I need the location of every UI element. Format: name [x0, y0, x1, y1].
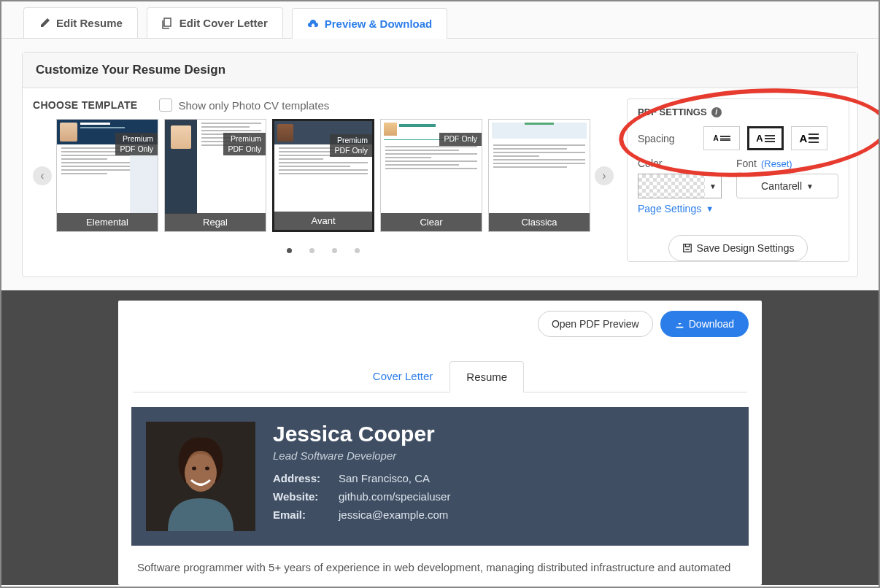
website-label: Website:	[273, 490, 328, 503]
tab-label: Edit Resume	[56, 17, 123, 29]
resume-name: Jessica Cooper	[273, 422, 450, 446]
tab-edit-cover-letter[interactable]: Edit Cover Letter	[147, 7, 283, 38]
download-label: Download	[689, 318, 734, 330]
template-name: Elemental	[57, 213, 158, 231]
template-name: Avant	[274, 212, 372, 230]
svg-point-4	[185, 454, 217, 492]
tab-edit-resume[interactable]: Edit Resume	[23, 7, 138, 38]
doc-tab-resume[interactable]: Resume	[449, 361, 524, 392]
caret-down-icon: ▼	[705, 174, 721, 198]
resume-photo	[146, 422, 255, 531]
checkbox-icon	[159, 98, 172, 112]
checkbox-label: Show only Photo CV templates	[178, 99, 329, 112]
resume-job-title: Lead Software Developer	[273, 449, 450, 462]
color-label: Color	[638, 158, 722, 169]
reset-link[interactable]: (Reset)	[761, 158, 792, 169]
template-name: Clear	[381, 213, 482, 231]
template-name: Regal	[165, 213, 266, 231]
transparent-swatch	[638, 174, 705, 198]
carousel-dots	[33, 248, 614, 253]
carousel-next[interactable]: ›	[595, 166, 614, 185]
photo-only-checkbox[interactable]: Show only Photo CV templates	[159, 98, 329, 112]
email-label: Email:	[273, 508, 328, 521]
panel-title: Customize Your Resume Design	[23, 53, 857, 88]
template-name: Classica	[489, 213, 590, 231]
customize-panel: Customize Your Resume Design CHOOSE TEMP…	[22, 52, 858, 277]
doc-tabs: Cover Letter Resume	[118, 347, 762, 392]
copy-icon	[162, 18, 174, 29]
open-pdf-button[interactable]: Open PDF Preview	[538, 311, 653, 337]
pdf-only-badge: PDF Only	[439, 133, 482, 146]
font-dropdown[interactable]: Cantarell ▼	[736, 174, 838, 198]
choose-template-label: CHOOSE TEMPLATE	[33, 99, 137, 111]
preview-card: Open PDF Preview Download Cover Letter R…	[118, 301, 762, 585]
dot[interactable]	[355, 248, 360, 253]
spacing-medium[interactable]: A	[747, 126, 784, 150]
color-picker[interactable]: ▼	[638, 174, 722, 198]
pdf-settings-box: PDF SETTINGS i Spacing A A A Color	[627, 98, 849, 262]
caret-down-icon: ▼	[806, 182, 814, 190]
tab-label: Preview & Download	[325, 18, 433, 30]
doc-tab-cover-letter[interactable]: Cover Letter	[356, 360, 450, 392]
template-elemental[interactable]: Premium PDF Only Elemental	[56, 119, 158, 232]
email-value: jessica@example.com	[339, 508, 448, 521]
svg-rect-0	[164, 18, 171, 26]
download-button[interactable]: Download	[660, 311, 749, 337]
svg-rect-1	[683, 244, 691, 252]
spacing-large[interactable]: A	[791, 126, 827, 150]
pdf-settings-title: PDF SETTINGS i	[628, 99, 849, 122]
template-carousel: ‹ Premium PDF Only Elemental	[33, 119, 614, 232]
tab-label: Edit Cover Letter	[180, 17, 268, 29]
spacing-small[interactable]: A	[703, 126, 740, 150]
chevron-down-icon: ▼	[706, 204, 714, 213]
main-tabs: Edit Resume Edit Cover Letter Preview & …	[1, 1, 879, 39]
resume-header: Jessica Cooper Lead Software Developer A…	[131, 407, 749, 546]
address-value: San Francisco, CA	[339, 472, 430, 484]
svg-point-5	[192, 467, 196, 471]
resume-document: Jessica Cooper Lead Software Developer A…	[131, 407, 749, 576]
save-icon	[682, 243, 692, 253]
premium-badge: Premium PDF Only	[330, 134, 372, 157]
svg-point-6	[205, 467, 209, 471]
download-icon	[675, 320, 684, 329]
template-avant[interactable]: Premium PDF Only Avant	[272, 119, 374, 232]
font-value: Cantarell	[761, 180, 802, 192]
pencil-icon	[39, 18, 50, 29]
font-label: Font	[736, 158, 757, 169]
template-clear[interactable]: PDF Only Clear	[380, 119, 482, 232]
dot[interactable]	[332, 248, 337, 253]
save-design-button[interactable]: Save Design Settings	[668, 235, 808, 261]
address-label: Address:	[273, 472, 328, 484]
dot[interactable]	[287, 248, 292, 253]
save-label: Save Design Settings	[697, 242, 795, 254]
preview-area: Open PDF Preview Download Cover Letter R…	[1, 290, 879, 585]
cloud-download-icon	[307, 18, 319, 30]
premium-badge: Premium PDF Only	[115, 133, 158, 155]
template-regal[interactable]: Premium PDF Only Regal	[164, 119, 266, 232]
premium-badge: Premium PDF Only	[223, 133, 266, 155]
tab-preview-download[interactable]: Preview & Download	[292, 8, 448, 39]
carousel-prev[interactable]: ‹	[33, 166, 52, 185]
resume-summary: Software programmer with 5+ years of exp…	[131, 546, 749, 576]
info-icon[interactable]: i	[711, 107, 722, 117]
spacing-label: Spacing	[638, 133, 696, 144]
website-value: github.com/specialuser	[339, 490, 450, 503]
dot[interactable]	[309, 248, 314, 253]
template-classica[interactable]: Classica	[488, 119, 590, 232]
page-settings-link[interactable]: Page Settings ▼	[638, 203, 838, 214]
